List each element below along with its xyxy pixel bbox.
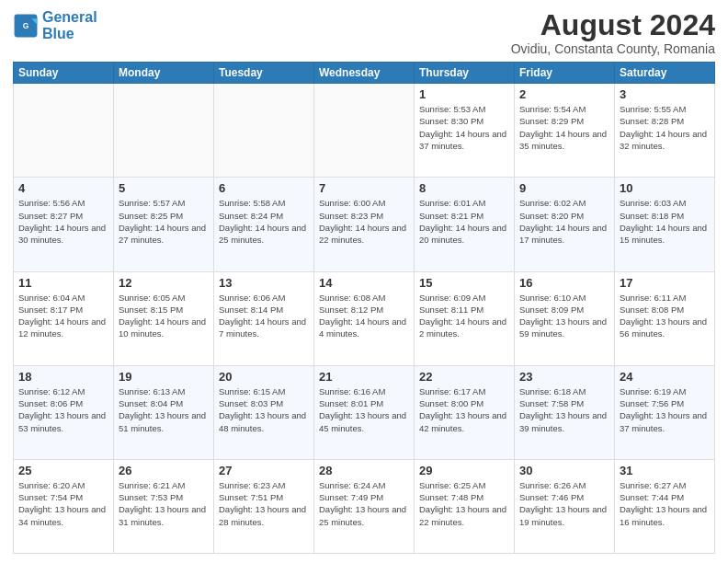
calendar-cell-1-5: 9Sunrise: 6:02 AM Sunset: 8:20 PM Daylig… [515, 178, 615, 271]
calendar-cell-3-4: 22Sunrise: 6:17 AM Sunset: 8:00 PM Dayli… [415, 365, 515, 459]
day-info: Sunrise: 6:21 AM Sunset: 7:53 PM Dayligh… [119, 479, 209, 528]
page: G General Blue August 2024 Ovidiu, Const… [0, 0, 728, 563]
day-info: Sunrise: 6:20 AM Sunset: 7:54 PM Dayligh… [18, 479, 108, 528]
calendar-cell-3-5: 23Sunrise: 6:18 AM Sunset: 7:58 PM Dayli… [515, 365, 615, 459]
day-number: 24 [620, 370, 710, 384]
calendar-cell-0-3 [314, 84, 415, 178]
calendar-cell-4-0: 25Sunrise: 6:20 AM Sunset: 7:54 PM Dayli… [14, 459, 114, 553]
header: G General Blue August 2024 Ovidiu, Const… [13, 9, 715, 56]
calendar-week-4: 18Sunrise: 6:12 AM Sunset: 8:06 PM Dayli… [14, 365, 715, 459]
day-info: Sunrise: 6:08 AM Sunset: 8:12 PM Dayligh… [319, 292, 409, 340]
calendar-cell-2-5: 16Sunrise: 6:10 AM Sunset: 8:09 PM Dayli… [515, 271, 615, 365]
col-header-saturday: Saturday [615, 63, 715, 84]
calendar-cell-2-4: 15Sunrise: 6:09 AM Sunset: 8:11 PM Dayli… [415, 271, 515, 365]
day-info: Sunrise: 6:04 AM Sunset: 8:17 PM Dayligh… [18, 292, 108, 340]
calendar-cell-1-3: 7Sunrise: 6:00 AM Sunset: 8:23 PM Daylig… [314, 178, 415, 271]
calendar-cell-3-1: 19Sunrise: 6:13 AM Sunset: 8:04 PM Dayli… [114, 365, 214, 459]
day-number: 17 [620, 276, 710, 290]
main-title: August 2024 [511, 9, 715, 41]
day-info: Sunrise: 6:24 AM Sunset: 7:49 PM Dayligh… [319, 479, 409, 528]
calendar-cell-3-2: 20Sunrise: 6:15 AM Sunset: 8:03 PM Dayli… [214, 365, 314, 459]
day-number: 22 [419, 370, 509, 384]
calendar-cell-2-2: 13Sunrise: 6:06 AM Sunset: 8:14 PM Dayli… [214, 271, 314, 365]
svg-text:G: G [23, 21, 29, 30]
day-number: 21 [319, 370, 409, 384]
day-info: Sunrise: 6:02 AM Sunset: 8:20 PM Dayligh… [519, 197, 609, 246]
day-number: 25 [18, 464, 108, 477]
day-number: 14 [319, 276, 409, 290]
day-info: Sunrise: 5:57 AM Sunset: 8:25 PM Dayligh… [119, 197, 209, 246]
day-number: 5 [119, 181, 209, 195]
day-info: Sunrise: 6:18 AM Sunset: 7:58 PM Dayligh… [519, 385, 609, 434]
day-number: 31 [620, 464, 710, 477]
logo-general: General [42, 9, 97, 25]
col-header-wednesday: Wednesday [314, 63, 415, 84]
calendar-cell-4-3: 28Sunrise: 6:24 AM Sunset: 7:49 PM Dayli… [314, 459, 415, 553]
col-header-monday: Monday [114, 63, 214, 84]
subtitle: Ovidiu, Constanta County, Romania [511, 41, 715, 56]
calendar-cell-3-6: 24Sunrise: 6:19 AM Sunset: 7:56 PM Dayli… [615, 365, 715, 459]
day-info: Sunrise: 6:01 AM Sunset: 8:21 PM Dayligh… [419, 197, 509, 246]
calendar-cell-0-0 [14, 84, 114, 178]
day-number: 3 [620, 87, 710, 101]
day-info: Sunrise: 6:05 AM Sunset: 8:15 PM Dayligh… [119, 292, 209, 340]
calendar-cell-4-4: 29Sunrise: 6:25 AM Sunset: 7:48 PM Dayli… [415, 459, 515, 553]
logo-blue: Blue [42, 26, 74, 41]
day-number: 23 [519, 370, 609, 384]
day-info: Sunrise: 6:17 AM Sunset: 8:00 PM Dayligh… [419, 385, 509, 434]
calendar-week-3: 11Sunrise: 6:04 AM Sunset: 8:17 PM Dayli… [14, 271, 715, 365]
day-number: 11 [18, 276, 108, 290]
calendar-cell-1-4: 8Sunrise: 6:01 AM Sunset: 8:21 PM Daylig… [415, 178, 515, 271]
day-info: Sunrise: 6:26 AM Sunset: 7:46 PM Dayligh… [519, 479, 609, 528]
day-number: 1 [419, 87, 509, 101]
day-number: 12 [119, 276, 209, 290]
title-block: August 2024 Ovidiu, Constanta County, Ro… [511, 9, 715, 56]
day-info: Sunrise: 5:55 AM Sunset: 8:28 PM Dayligh… [620, 103, 710, 152]
day-info: Sunrise: 6:13 AM Sunset: 8:04 PM Dayligh… [119, 385, 209, 434]
logo: G General Blue [13, 9, 97, 41]
calendar-cell-0-5: 2Sunrise: 5:54 AM Sunset: 8:29 PM Daylig… [515, 84, 615, 178]
col-header-thursday: Thursday [415, 63, 515, 84]
calendar-cell-0-6: 3Sunrise: 5:55 AM Sunset: 8:28 PM Daylig… [615, 84, 715, 178]
calendar-cell-3-0: 18Sunrise: 6:12 AM Sunset: 8:06 PM Dayli… [14, 365, 114, 459]
calendar-cell-2-0: 11Sunrise: 6:04 AM Sunset: 8:17 PM Dayli… [14, 271, 114, 365]
day-number: 10 [620, 181, 710, 195]
day-info: Sunrise: 6:25 AM Sunset: 7:48 PM Dayligh… [419, 479, 509, 528]
day-number: 26 [119, 464, 209, 477]
calendar-cell-0-1 [114, 84, 214, 178]
day-number: 4 [18, 181, 108, 195]
day-number: 27 [219, 464, 309, 477]
day-number: 13 [219, 276, 309, 290]
day-info: Sunrise: 5:58 AM Sunset: 8:24 PM Dayligh… [219, 197, 309, 246]
day-info: Sunrise: 6:09 AM Sunset: 8:11 PM Dayligh… [419, 292, 509, 340]
calendar-cell-0-2 [214, 84, 314, 178]
calendar-cell-1-0: 4Sunrise: 5:56 AM Sunset: 8:27 PM Daylig… [14, 178, 114, 271]
calendar-week-2: 4Sunrise: 5:56 AM Sunset: 8:27 PM Daylig… [14, 178, 715, 271]
calendar-cell-2-3: 14Sunrise: 6:08 AM Sunset: 8:12 PM Dayli… [314, 271, 415, 365]
day-number: 6 [219, 181, 309, 195]
calendar-cell-3-3: 21Sunrise: 6:16 AM Sunset: 8:01 PM Dayli… [314, 365, 415, 459]
day-number: 15 [419, 276, 509, 290]
day-info: Sunrise: 6:19 AM Sunset: 7:56 PM Dayligh… [620, 385, 710, 434]
calendar-cell-4-1: 26Sunrise: 6:21 AM Sunset: 7:53 PM Dayli… [114, 459, 214, 553]
calendar-cell-1-1: 5Sunrise: 5:57 AM Sunset: 8:25 PM Daylig… [114, 178, 214, 271]
day-info: Sunrise: 6:03 AM Sunset: 8:18 PM Dayligh… [620, 197, 710, 246]
day-number: 9 [519, 181, 609, 195]
calendar-cell-2-6: 17Sunrise: 6:11 AM Sunset: 8:08 PM Dayli… [615, 271, 715, 365]
day-number: 18 [18, 370, 108, 384]
day-info: Sunrise: 6:12 AM Sunset: 8:06 PM Dayligh… [18, 385, 108, 434]
day-info: Sunrise: 6:10 AM Sunset: 8:09 PM Dayligh… [519, 292, 609, 340]
day-number: 19 [119, 370, 209, 384]
calendar-cell-1-2: 6Sunrise: 5:58 AM Sunset: 8:24 PM Daylig… [214, 178, 314, 271]
day-number: 20 [219, 370, 309, 384]
day-number: 30 [519, 464, 609, 477]
day-info: Sunrise: 5:53 AM Sunset: 8:30 PM Dayligh… [419, 103, 509, 152]
logo-text: General Blue [42, 9, 97, 41]
day-info: Sunrise: 6:27 AM Sunset: 7:44 PM Dayligh… [620, 479, 710, 528]
calendar-cell-1-6: 10Sunrise: 6:03 AM Sunset: 8:18 PM Dayli… [615, 178, 715, 271]
col-header-friday: Friday [515, 63, 615, 84]
day-info: Sunrise: 5:54 AM Sunset: 8:29 PM Dayligh… [519, 103, 609, 152]
calendar-cell-2-1: 12Sunrise: 6:05 AM Sunset: 8:15 PM Dayli… [114, 271, 214, 365]
day-number: 7 [319, 181, 409, 195]
calendar-cell-0-4: 1Sunrise: 5:53 AM Sunset: 8:30 PM Daylig… [415, 84, 515, 178]
